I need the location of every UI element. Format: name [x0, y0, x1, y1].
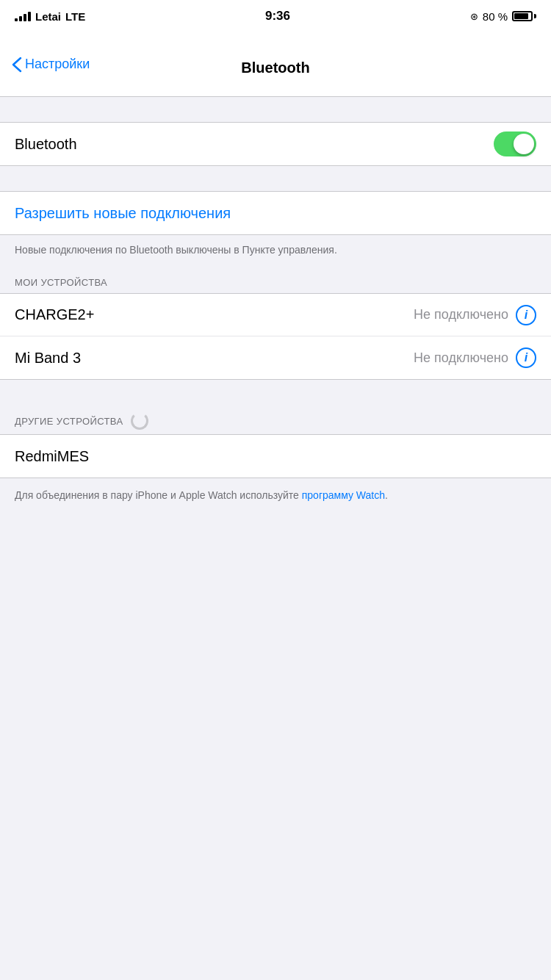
toggle-track [494, 131, 536, 156]
device-status-row-2: Не подключено i [414, 347, 536, 368]
info-button-miband3[interactable]: i [516, 347, 536, 368]
carrier-label: Letai [35, 10, 61, 23]
my-devices-header-label: МОИ УСТРОЙСТВА [15, 277, 107, 288]
time-label: 9:36 [265, 9, 290, 24]
lock-icon: ⊛ [470, 11, 478, 22]
section-gap-3 [0, 380, 551, 405]
other-devices-list: RedmiMES [0, 434, 551, 478]
back-label: Настройки [25, 57, 90, 72]
watch-app-link[interactable]: программу Watch [302, 489, 385, 501]
other-devices-header-block: ДРУГИЕ УСТРОЙСТВА [0, 405, 551, 434]
footer-text: Для объединения в пару iPhone и Apple Wa… [15, 489, 388, 501]
status-left: Letai LTE [15, 10, 85, 23]
battery-icon [512, 11, 536, 21]
status-right: ⊛ 80 % [470, 10, 536, 23]
bluetooth-toggle[interactable] [494, 131, 536, 156]
device-name-miband3: Mi Band 3 [15, 350, 81, 367]
table-row[interactable]: Mi Band 3 Не подключено i [0, 336, 551, 379]
allow-connections-row[interactable]: Разрешить новые подключения [0, 192, 551, 234]
bluetooth-info-block: Новые подключения по Bluetooth выключены… [0, 235, 551, 268]
device-status-miband3: Не подключено [414, 350, 508, 366]
bluetooth-info-text: Новые подключения по Bluetooth выключены… [15, 244, 337, 256]
nav-bar: Настройки Bluetooth [0, 32, 551, 97]
status-bar: Letai LTE 9:36 ⊛ 80 % [0, 0, 551, 32]
footer-text-before: Для объединения в пару iPhone и Apple Wa… [15, 489, 302, 501]
table-row[interactable]: RedmiMES [0, 435, 551, 478]
footer-text-after: . [385, 489, 388, 501]
allow-connections-label: Разрешить новые подключения [15, 205, 231, 222]
bluetooth-label: Bluetooth [15, 136, 77, 153]
device-status-charge2: Не подключено [414, 307, 508, 323]
other-devices-header-label: ДРУГИЕ УСТРОЙСТВА [15, 416, 123, 427]
footer-block: Для объединения в пару iPhone и Apple Wa… [0, 478, 551, 512]
toggle-thumb [514, 134, 534, 154]
scanning-spinner [131, 412, 148, 430]
page-title: Bluetooth [241, 60, 309, 76]
battery-percent: 80 % [483, 10, 508, 23]
network-type-label: LTE [65, 10, 85, 23]
my-devices-header-block: МОИ УСТРОЙСТВА [0, 268, 551, 293]
device-name-charge2: CHARGE2+ [15, 306, 94, 323]
device-name-redmimes: RedmiMES [15, 448, 89, 465]
new-connections-section: Разрешить новые подключения [0, 191, 551, 235]
bluetooth-row: Bluetooth [0, 123, 551, 165]
section-gap-2 [0, 166, 551, 191]
bluetooth-section: Bluetooth [0, 122, 551, 166]
section-gap-1 [0, 97, 551, 122]
table-row[interactable]: CHARGE2+ Не подключено i [0, 294, 551, 336]
device-status-row: Не подключено i [414, 305, 536, 325]
back-button[interactable]: Настройки [12, 57, 90, 73]
signal-icon [15, 11, 31, 21]
my-devices-list: CHARGE2+ Не подключено i Mi Band 3 Не по… [0, 293, 551, 380]
info-button-charge2[interactable]: i [516, 305, 536, 325]
